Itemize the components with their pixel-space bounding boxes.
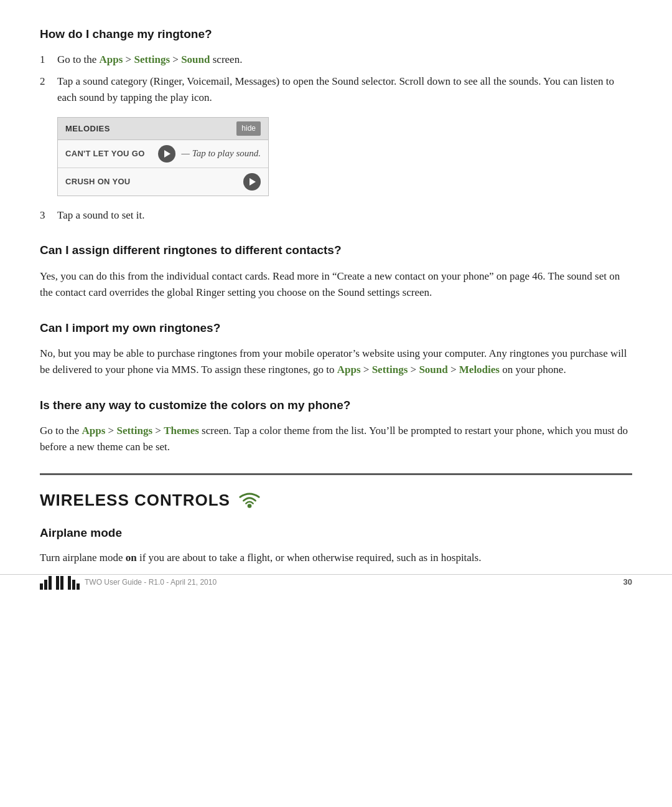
step-2-num: 2: [40, 73, 57, 90]
themes-heading: Is there any way to customize the colors…: [40, 396, 632, 414]
sound-row-2: CRUSH ON YOU: [58, 168, 268, 196]
melodies-link[interactable]: Melodies: [459, 364, 500, 375]
hin-bar-1: [40, 583, 43, 590]
apps-link-2[interactable]: Apps: [337, 364, 361, 375]
wireless-title: WIRELESS CONTROLS: [40, 488, 230, 512]
step-1: 1 Go to the Apps > Settings > Sound scre…: [40, 52, 632, 68]
sound-widget-header: MELODIES hide: [58, 118, 268, 140]
wireless-section: Airplane mode Turn airplane mode on if y…: [40, 524, 632, 566]
sound-link-1[interactable]: Sound: [181, 54, 210, 65]
step-list: 1 Go to the Apps > Settings > Sound scre…: [40, 52, 632, 106]
hin-bar-6: [68, 576, 71, 590]
page: How do I change my ringtone? 1 Go to the…: [0, 0, 672, 608]
airplane-heading: Airplane mode: [40, 524, 632, 542]
sound-widget-title: MELODIES: [65, 123, 110, 135]
hin-bar-4: [56, 576, 59, 590]
svg-marker-0: [164, 150, 170, 158]
hin-bar-3: [49, 576, 52, 590]
assign-heading: Can I assign different ringtones to diff…: [40, 241, 632, 259]
hin-logo: [40, 575, 80, 590]
play-button-1[interactable]: [158, 145, 175, 163]
airplane-on: on: [126, 552, 137, 564]
play-button-2[interactable]: [243, 173, 261, 191]
sound-link-2[interactable]: Sound: [419, 364, 447, 375]
themes-link[interactable]: Themes: [164, 425, 199, 437]
hin-bar-7: [72, 580, 75, 590]
settings-link-2[interactable]: Settings: [372, 364, 408, 375]
step-list-3: 3 Tap a sound to set it.: [40, 207, 632, 224]
assign-section: Can I assign different ringtones to diff…: [40, 241, 632, 301]
step-1-text: Go to the Apps > Settings > Sound screen…: [57, 52, 242, 68]
step-1-num: 1: [40, 52, 57, 68]
step-2: 2 Tap a sound category (Ringer, Voicemai…: [40, 73, 632, 106]
airplane-text: Turn airplane mode on if you are about t…: [40, 550, 632, 566]
assign-text: Yes, you can do this from the individual…: [40, 268, 632, 301]
footer: TWO User Guide - R1.0 - April 21, 2010 3…: [0, 574, 672, 590]
ringtone-heading: How do I change my ringtone?: [40, 25, 632, 43]
hide-button[interactable]: hide: [236, 121, 261, 136]
hin-bar-5: [60, 576, 63, 590]
apps-link-1[interactable]: Apps: [100, 54, 123, 65]
ringtone-section: How do I change my ringtone? 1 Go to the…: [40, 25, 632, 224]
import-section: Can I import my own ringtones? No, but y…: [40, 319, 632, 379]
themes-text: Go to the Apps > Settings > Themes scree…: [40, 423, 632, 456]
sound-row-1-annotation: — Tap to play sound.: [158, 145, 261, 163]
wireless-controls-heading: WIRELESS CONTROLS: [40, 473, 632, 512]
sound-name-1: CAN'T LET YOU GO: [65, 148, 145, 160]
svg-point-2: [248, 504, 252, 508]
import-text: No, but you may be able to purchase ring…: [40, 346, 632, 379]
step-3-num: 3: [40, 207, 57, 224]
apps-link-3[interactable]: Apps: [82, 425, 106, 437]
svg-marker-1: [250, 178, 256, 186]
hin-bar-2: [44, 580, 47, 590]
hin-bar-8: [77, 583, 80, 590]
settings-link-3[interactable]: Settings: [116, 425, 152, 437]
step-3-text: Tap a sound to set it.: [57, 207, 144, 224]
sound-widget: MELODIES hide CAN'T LET YOU GO — Tap to …: [57, 117, 269, 196]
settings-link-1[interactable]: Settings: [134, 54, 170, 65]
themes-section: Is there any way to customize the colors…: [40, 396, 632, 456]
step-2-text: Tap a sound category (Ringer, Voicemail,…: [57, 73, 632, 106]
footer-page-number: 30: [623, 576, 632, 588]
step-3: 3 Tap a sound to set it.: [40, 207, 632, 224]
sound-row-1: CAN'T LET YOU GO — Tap to play sound.: [58, 140, 268, 168]
footer-text: TWO User Guide - R1.0 - April 21, 2010: [85, 577, 217, 588]
import-heading: Can I import my own ringtones?: [40, 319, 632, 337]
tap-to-play-label: — Tap to play sound.: [182, 146, 261, 161]
wifi-icon: [238, 488, 261, 512]
footer-logo: TWO User Guide - R1.0 - April 21, 2010: [40, 575, 217, 590]
sound-name-2: CRUSH ON YOU: [65, 176, 130, 188]
